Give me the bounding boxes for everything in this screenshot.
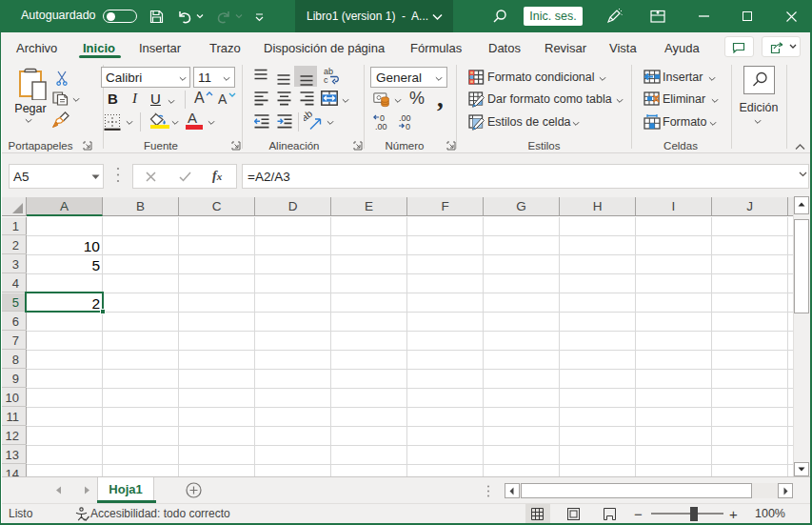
svg-text:c: c bbox=[324, 75, 328, 85]
svg-text:0: 0 bbox=[406, 122, 410, 131]
svg-text:ab: ab bbox=[304, 111, 314, 123]
svg-text:.00: .00 bbox=[375, 122, 387, 131]
